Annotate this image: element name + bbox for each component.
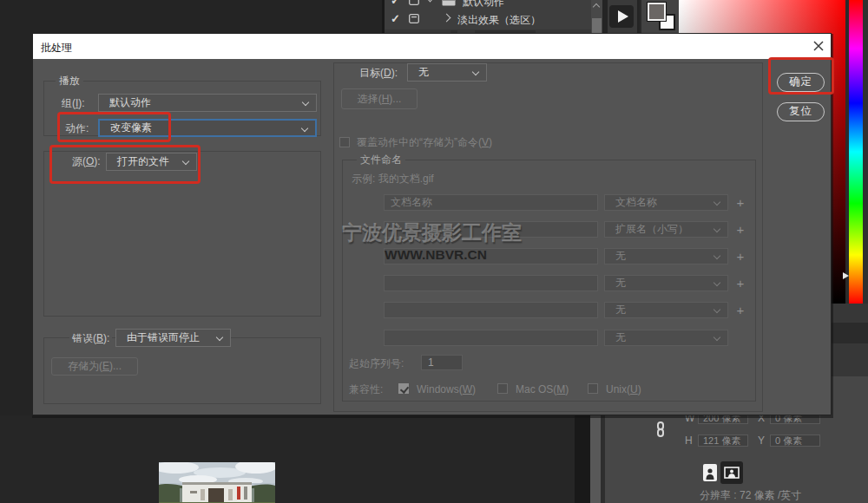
serial-number-input[interactable]: 1	[421, 355, 463, 370]
override-save-checkbox[interactable]	[339, 137, 350, 147]
actions-playback-bar	[608, 0, 637, 33]
naming-dropdown[interactable]: 无	[604, 302, 728, 318]
play-button[interactable]	[609, 5, 634, 28]
watermark-website: WWW.NBVR.CN	[385, 247, 487, 263]
action-set-label: 组(I):	[62, 97, 85, 109]
foreground-color-swatch[interactable]	[648, 3, 666, 21]
action-name[interactable]: 淡出效果（选区）	[457, 13, 541, 28]
chevron-down-icon	[713, 306, 720, 313]
orientation-portrait-button[interactable]	[703, 464, 717, 481]
naming-input[interactable]	[384, 302, 598, 318]
chevron-down-icon	[713, 199, 720, 206]
right-dock-band	[832, 323, 868, 343]
orientation-landscape-button[interactable]	[720, 461, 743, 484]
check-icon[interactable]: ✓	[391, 0, 400, 7]
dialog-title: 批处理	[41, 41, 72, 56]
chevron-down-icon	[472, 69, 479, 75]
destination-dropdown[interactable]: 无	[407, 63, 487, 82]
annotation-box-source	[49, 145, 201, 184]
chevron-down-icon	[713, 252, 720, 259]
naming-input[interactable]: 文档名称	[384, 194, 598, 211]
hue-bar-edge	[863, 0, 868, 304]
scrollbar-thumb[interactable]	[592, 18, 602, 33]
action-set-name[interactable]: 默认动作	[463, 0, 504, 10]
naming-dropdown[interactable]: 文档名称	[604, 194, 728, 211]
action-set-value: 默认动作	[109, 96, 151, 108]
hue-slider[interactable]	[849, 0, 863, 304]
add-naming-row-button[interactable]: +	[734, 249, 746, 264]
compat-label: Unix(U)	[606, 383, 641, 395]
close-icon[interactable]	[813, 41, 824, 51]
error-dropdown[interactable]: 由于错误而停止	[115, 329, 231, 347]
file-naming-example: 示例: 我的文档.gif	[352, 173, 434, 185]
y-label: Y	[758, 434, 765, 447]
panel-divider-edge	[601, 415, 605, 503]
action-row[interactable]: ✓默认动作	[385, 0, 602, 8]
compat-label: Mac OS(M)	[516, 383, 569, 395]
hue-slider-marker[interactable]	[843, 272, 849, 279]
choose-button[interactable]: 选择(H)...	[341, 88, 418, 109]
dialog-toggle-icon[interactable]	[409, 14, 419, 26]
compat-label: Windows(W)	[417, 383, 476, 395]
naming-dropdown-value: 无	[615, 277, 626, 289]
naming-dropdown-value: 无	[615, 250, 626, 262]
panel-divider[interactable]	[590, 415, 601, 503]
chevron-down-icon	[302, 99, 309, 106]
action-set-dropdown[interactable]: 默认动作	[98, 94, 317, 112]
chevron-down-icon	[713, 334, 720, 341]
naming-dropdown[interactable]: 扩展名（小写）	[604, 221, 728, 238]
save-as-button[interactable]: 存储为(E)...	[51, 357, 138, 376]
naming-dropdown-value: 无	[615, 304, 626, 316]
dialog-toggle-icon[interactable]	[409, 0, 419, 8]
error-label: 错误(B):	[69, 332, 112, 344]
naming-dropdown-value: 无	[615, 331, 626, 343]
check-icon[interactable]: ✓	[391, 12, 400, 25]
dialog-titlebar[interactable]: 批处理	[33, 34, 831, 59]
compatibility-label: 兼容性:	[349, 383, 383, 395]
destination-value: 无	[418, 66, 429, 78]
document-canvas	[0, 415, 585, 503]
add-naming-row-button[interactable]: +	[734, 276, 746, 291]
chevron-down-icon	[301, 125, 308, 132]
compat-checkbox-macos[interactable]	[497, 383, 508, 394]
watermark-studio-name: 宁波优景摄影工作室	[342, 219, 522, 246]
add-naming-row-button[interactable]: +	[734, 195, 746, 210]
compat-checkbox-unix[interactable]	[588, 383, 598, 394]
color-swatch-panel	[640, 0, 679, 33]
error-value: 由于错误而停止	[127, 331, 200, 343]
portrait-person-icon	[703, 464, 717, 481]
action-row[interactable]: ✓淡出效果（选区）	[385, 11, 602, 26]
document-photo-thumbnail	[159, 462, 275, 503]
add-naming-row-button[interactable]: +	[734, 303, 746, 317]
chevron-down-icon[interactable]	[426, 0, 435, 2]
naming-dropdown[interactable]: 无	[604, 248, 728, 265]
height-label: H	[685, 434, 693, 447]
reset-button[interactable]: 复位	[777, 102, 825, 121]
actions-scrollbar[interactable]	[591, 0, 602, 33]
landscape-person-icon	[720, 461, 743, 484]
canvas-edge-shadow	[575, 415, 590, 503]
compat-checkbox-windows[interactable]	[398, 383, 409, 394]
height-field[interactable]: 121 像素	[698, 434, 748, 447]
naming-input[interactable]	[384, 330, 598, 346]
naming-dropdown[interactable]: 无	[604, 275, 728, 291]
y-field[interactable]: 0 像素	[770, 434, 820, 447]
play-group-label: 播放	[56, 75, 83, 87]
scroll-up-icon[interactable]	[593, 3, 600, 10]
naming-input[interactable]	[384, 275, 598, 291]
right-dock-panel-lower	[832, 376, 868, 415]
chevron-down-icon	[713, 279, 720, 286]
play-icon	[618, 10, 628, 23]
chevron-down-icon	[713, 225, 720, 232]
naming-dropdown[interactable]: 无	[604, 330, 728, 346]
annotation-box-action	[57, 112, 171, 142]
link-dimensions-icon[interactable]	[655, 421, 666, 437]
file-naming-label: 文件命名	[357, 154, 405, 166]
chevron-right-icon[interactable]	[443, 14, 451, 23]
naming-dropdown-value: 文档名称	[615, 196, 657, 208]
annotation-box-ok	[768, 57, 834, 95]
folder-icon	[442, 0, 456, 9]
serial-number-label: 起始序列号:	[349, 357, 404, 369]
add-naming-row-button[interactable]: +	[734, 222, 746, 237]
actions-panel: ✓默认动作✓淡出效果（选区）	[382, 0, 602, 33]
